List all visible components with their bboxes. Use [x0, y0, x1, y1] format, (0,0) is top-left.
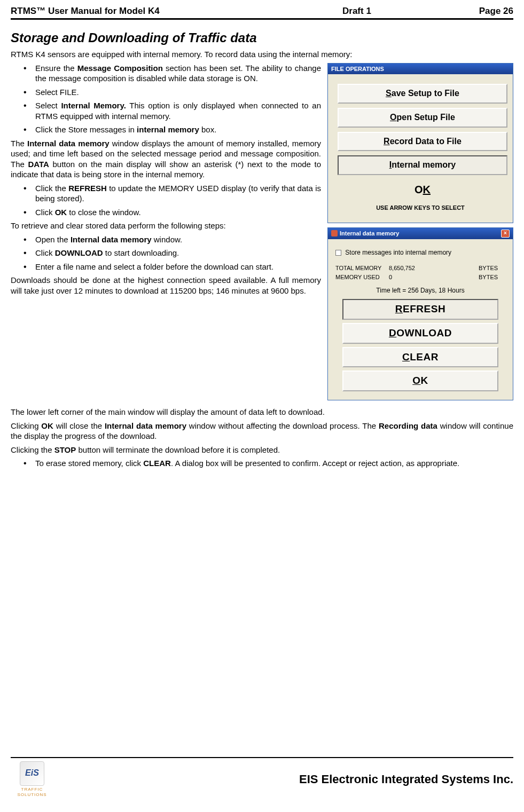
time-left-label: Time left = 256 Days, 18 Hours	[335, 287, 505, 295]
list-item: Click the Store messages in internal mem…	[24, 124, 321, 135]
list-item: Click the REFRESH to update the MEMORY U…	[24, 183, 321, 204]
company-logo: EiS TRAFFIC SOLUTIONS	[11, 761, 53, 798]
company-name: EIS Electronic Integrated Systems Inc.	[60, 772, 513, 787]
list-item: Open the Internal data memory window.	[24, 234, 321, 245]
checkbox-label: Store messages into internal memory	[345, 249, 451, 256]
paragraph: Downloads should be done at the highest …	[11, 275, 321, 296]
dialog-title: Internal data memory	[340, 230, 399, 237]
paragraph: Clicking the STOP button will terminate …	[11, 445, 513, 455]
list-item: Select Internal Memory. This option is o…	[24, 100, 321, 121]
header-draft: Draft 1	[342, 5, 449, 17]
ok-button[interactable]: OK	[342, 370, 499, 391]
ok-button[interactable]: OK	[338, 179, 507, 200]
dialog-titlebar: FILE OPERATIONS	[328, 64, 513, 74]
checkbox-icon[interactable]	[335, 250, 341, 256]
file-operations-dialog: FILE OPERATIONS Save Setup to File Open …	[327, 63, 513, 223]
paragraph: The Internal data memory window displays…	[11, 138, 321, 180]
paragraph: The lower left corner of the main window…	[11, 407, 513, 417]
memory-used-label: MEMORY USED	[335, 273, 389, 281]
refresh-button[interactable]: REFRESH	[342, 299, 499, 320]
internal-memory-button[interactable]: Internal memory	[338, 155, 507, 175]
bullet-list-4: To erase stored memory, click CLEAR. A d…	[11, 458, 513, 469]
logo-icon: EiS	[20, 761, 44, 786]
header-page: Page 26	[449, 5, 513, 17]
bytes-label: BYTES	[479, 273, 505, 281]
list-item: Enter a file name and select a folder be…	[24, 262, 321, 272]
list-item: Ensure the Message Composition section h…	[24, 63, 321, 84]
list-item: Click DOWNLOAD to start downloading.	[24, 248, 321, 258]
total-memory-label: TOTAL MEMORY	[335, 264, 389, 272]
dialog-title: FILE OPERATIONS	[331, 65, 384, 73]
section-title: Storage and Downloading of Traffic data	[11, 29, 513, 46]
close-icon[interactable]: ×	[501, 230, 510, 238]
app-icon	[331, 230, 338, 236]
dialog-footnote: USE ARROW KEYS TO SELECT	[335, 204, 505, 211]
page-footer: EiS TRAFFIC SOLUTIONS EIS Electronic Int…	[11, 757, 513, 798]
open-setup-button[interactable]: Open Setup File	[338, 108, 507, 128]
download-button[interactable]: DOWNLOAD	[342, 323, 499, 344]
record-data-button[interactable]: Record Data to File	[338, 132, 507, 152]
logo-subtitle: TRAFFIC SOLUTIONS	[11, 787, 53, 798]
header-product: RTMS™ User Manual for Model K4	[11, 5, 342, 17]
memory-used-value: 0	[389, 273, 479, 281]
list-item: Select FILE.	[24, 87, 321, 98]
bullet-list-1: Ensure the Message Composition section h…	[11, 63, 321, 135]
total-memory-row: TOTAL MEMORY 8,650,752 BYTES	[335, 264, 505, 272]
memory-used-row: MEMORY USED 0 BYTES	[335, 273, 505, 281]
clear-button[interactable]: CLEAR	[342, 347, 499, 368]
page-header: RTMS™ User Manual for Model K4 Draft 1 P…	[11, 5, 513, 20]
bullet-list-3: Open the Internal data memory window. Cl…	[11, 234, 321, 272]
bytes-label: BYTES	[479, 264, 505, 272]
intro-text: RTMS K4 sensors are equipped with intern…	[11, 49, 513, 60]
paragraph: To retrieve and clear stored data perfor…	[11, 220, 321, 231]
total-memory-value: 8,650,752	[389, 264, 479, 272]
paragraph: Clicking OK will close the Internal data…	[11, 421, 513, 442]
list-item: Click OK to close the window.	[24, 207, 321, 218]
dialog-titlebar: Internal data memory ×	[328, 228, 513, 239]
save-setup-button[interactable]: Save Setup to File	[338, 84, 507, 104]
list-item: To erase stored memory, click CLEAR. A d…	[24, 458, 513, 469]
internal-data-memory-dialog: Internal data memory × Store messages in…	[327, 227, 513, 401]
store-messages-checkbox-row[interactable]: Store messages into internal memory	[335, 249, 505, 257]
bullet-list-2: Click the REFRESH to update the MEMORY U…	[11, 183, 321, 218]
